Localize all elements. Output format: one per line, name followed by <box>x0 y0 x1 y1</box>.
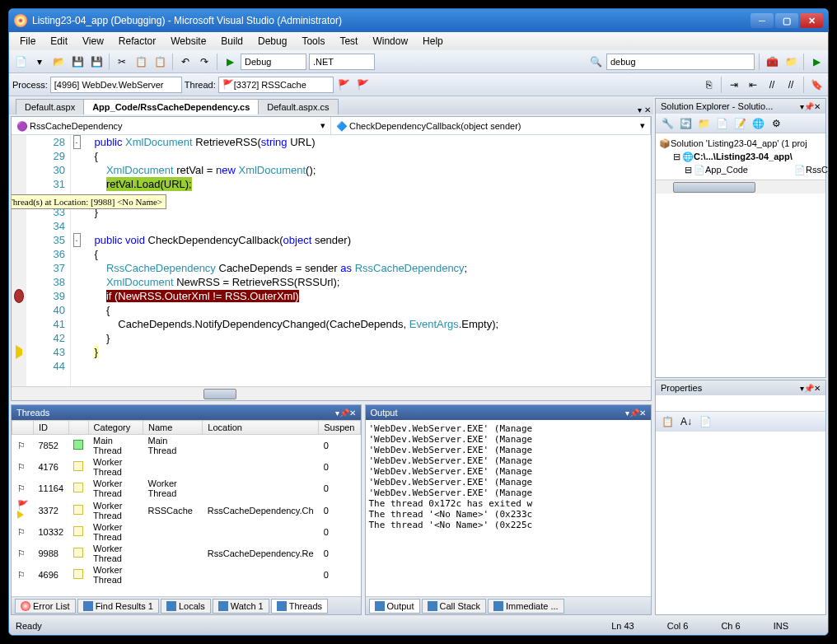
new-project-button[interactable]: 📄 <box>12 54 29 70</box>
copy-website-button[interactable]: 🌐 <box>750 115 766 132</box>
thread-row[interactable]: ⚐4176Worker Thread0 <box>12 456 361 478</box>
titlebar[interactable]: Listing23-04_app (Debugging) - Microsoft… <box>9 9 828 32</box>
menu-help[interactable]: Help <box>417 34 449 49</box>
paste-button[interactable]: 📋 <box>152 54 168 70</box>
tab-immediate[interactable]: Immediate ... <box>488 599 564 614</box>
tab-dropdown-icon[interactable]: ▾ <box>638 105 642 114</box>
tab-find-results[interactable]: Find Results 1 <box>77 599 159 614</box>
horizontal-scrollbar[interactable] <box>12 386 651 400</box>
output-text[interactable]: 'WebDev.WebServer.EXE' (Manage 'WebDev.W… <box>366 420 652 596</box>
tab-error-list[interactable]: Error List <box>15 599 76 614</box>
tab-default-aspx[interactable]: Default.aspx <box>16 99 84 114</box>
tab-locals[interactable]: Locals <box>161 599 211 614</box>
panel-pin-icon[interactable]: 📌 <box>339 408 349 418</box>
process-dropdown[interactable]: [4996] WebDev.WebServer <box>50 77 182 93</box>
thread-row[interactable]: ⚐11164Worker ThreadWorker Thread0 <box>12 478 361 499</box>
tab-close-icon[interactable]: ✕ <box>644 105 651 114</box>
play-button[interactable]: ▶ <box>808 54 825 70</box>
thread-label: Thread: <box>185 80 216 90</box>
menu-window[interactable]: Window <box>367 34 414 49</box>
menu-refactor[interactable]: Refactor <box>113 34 161 49</box>
menu-file[interactable]: File <box>14 34 41 49</box>
undo-button[interactable]: ↶ <box>177 54 194 70</box>
editor-surface[interactable]: 2829303132333435363738394041424344 -- pu… <box>12 135 651 386</box>
props-grid[interactable] <box>656 432 825 614</box>
comment-button[interactable]: // <box>764 77 780 93</box>
panel-pin-icon[interactable]: 📌 <box>629 408 639 418</box>
solution-root[interactable]: Solution 'Listing23-04_app' (1 proj <box>671 138 807 148</box>
uncomment-button[interactable]: // <box>783 77 799 93</box>
menu-website[interactable]: Website <box>165 34 212 49</box>
tab-default-aspx-cs[interactable]: Default.aspx.cs <box>258 99 338 114</box>
props-pages-button[interactable]: 📄 <box>697 413 713 430</box>
menu-edit[interactable]: Edit <box>44 34 73 49</box>
properties-button[interactable]: 🔧 <box>659 115 676 132</box>
props-object-dropdown[interactable] <box>656 395 825 412</box>
nest-button[interactable]: 📁 <box>695 115 712 132</box>
menu-test[interactable]: Test <box>334 34 363 49</box>
toolbox-button[interactable]: 🧰 <box>764 54 780 70</box>
flag-filter-button[interactable]: 🚩 <box>355 77 372 93</box>
find-button[interactable]: 🔍 <box>587 54 604 70</box>
panel-pin-icon[interactable]: 📌 <box>804 384 814 393</box>
thread-row[interactable]: ⚐4696Worker Thread0 <box>12 564 361 586</box>
sln-scrollbar[interactable] <box>656 180 825 194</box>
add-item-button[interactable]: ▾ <box>31 54 48 70</box>
tab-threads[interactable]: Threads <box>271 599 328 614</box>
minimize-button[interactable]: ─ <box>750 13 774 28</box>
tab-rsscachedependency[interactable]: App_Code/RssCacheDependency.cs <box>83 99 259 114</box>
panel-pin-icon[interactable]: 📌 <box>804 102 814 111</box>
solution-tree[interactable]: 📦Solution 'Listing23-04_app' (1 proj ⊟🌐C… <box>656 133 825 180</box>
bookmark-button[interactable]: 🔖 <box>808 77 825 93</box>
copy-button[interactable]: 📋 <box>133 54 149 70</box>
save-button[interactable]: 💾 <box>69 54 86 70</box>
config-dropdown[interactable]: Debug <box>241 54 306 70</box>
show-all-button[interactable]: 📄 <box>713 115 730 132</box>
project-node[interactable]: C:\...\Listing23-04_app\ <box>694 152 793 161</box>
close-button[interactable]: ✕ <box>800 13 823 28</box>
menu-tools[interactable]: Tools <box>296 34 330 49</box>
thread-row[interactable]: ⚐10332Worker Thread0 <box>12 521 361 543</box>
code-editor: 🟣 RssCacheDependency ▾ 🔷 CheckDependency… <box>11 116 652 401</box>
thread-dropdown[interactable]: 🚩 [3372] RSSCache <box>218 77 334 93</box>
threads-grid[interactable]: IDCategoryNameLocationSuspen⚐7852Main Th… <box>12 420 361 586</box>
view-code-button[interactable]: 📝 <box>732 115 748 132</box>
step-button[interactable]: ⎘ <box>700 77 717 93</box>
maximize-button[interactable]: ▢ <box>775 13 798 28</box>
threads-title: Threads <box>16 408 49 418</box>
thread-row[interactable]: 🚩3372Worker ThreadRSSCacheRssCacheDepend… <box>12 499 361 521</box>
thread-row[interactable]: ⚐7852Main ThreadMain Thread0 <box>12 435 361 457</box>
tree-item[interactable]: 📄RssCacheDependency.c <box>748 163 828 176</box>
config-button[interactable]: ⚙ <box>768 115 784 132</box>
tab-output[interactable]: Output <box>369 599 420 614</box>
alphabetical-button[interactable]: A↓ <box>678 413 694 430</box>
tab-watch[interactable]: Watch 1 <box>213 599 269 614</box>
indent-button[interactable]: ⇥ <box>726 77 742 93</box>
outdent-button[interactable]: ⇤ <box>745 77 761 93</box>
open-button[interactable]: 📂 <box>50 54 67 70</box>
find-icon <box>83 601 93 611</box>
sln-explorer-button[interactable]: 📁 <box>783 54 799 70</box>
redo-button[interactable]: ↷ <box>196 54 213 70</box>
cut-button[interactable]: ✂ <box>114 54 130 70</box>
panel-close-icon[interactable]: ✕ <box>814 384 821 393</box>
class-dropdown[interactable]: 🟣 RssCacheDependency ▾ <box>12 117 331 134</box>
panel-close-icon[interactable]: ✕ <box>814 102 821 111</box>
refresh-button[interactable]: 🔄 <box>677 115 694 132</box>
panel-close-icon[interactable]: ✕ <box>349 408 356 418</box>
menu-view[interactable]: View <box>77 34 110 49</box>
save-all-button[interactable]: 💾 <box>88 54 105 70</box>
menu-build[interactable]: Build <box>215 34 249 49</box>
categorized-button[interactable]: 📋 <box>659 413 676 430</box>
platform-dropdown[interactable]: .NET <box>309 54 375 70</box>
panel-close-icon[interactable]: ✕ <box>639 408 646 418</box>
threads-panel: Threads ▾ 📌 ✕ IDCategoryNameLocationSusp… <box>11 404 362 615</box>
menu-debug[interactable]: Debug <box>252 34 292 49</box>
member-dropdown[interactable]: 🔷 CheckDependencyCallback(object sender)… <box>331 117 651 134</box>
start-button[interactable]: ▶ <box>222 54 238 70</box>
tab-callstack[interactable]: Call Stack <box>422 599 487 614</box>
thread-row[interactable]: ⚐9988Worker ThreadRssCacheDependency.Re0 <box>12 543 361 564</box>
flag-toggle-button[interactable]: 🚩 <box>336 77 353 93</box>
tree-item[interactable]: ⊟📄App_Code <box>659 163 748 176</box>
target-dropdown[interactable]: debug <box>606 54 755 70</box>
